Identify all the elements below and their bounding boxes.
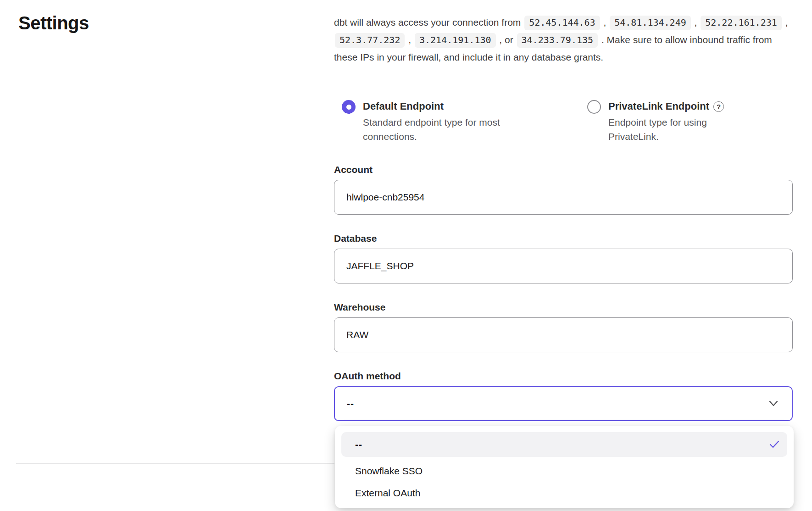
warehouse-input[interactable] — [334, 317, 793, 352]
privatelink-endpoint-radio[interactable] — [587, 100, 601, 114]
ip-chip: 52.22.161.231 — [701, 16, 782, 30]
settings-page: Settings dbt will always access your con… — [0, 0, 812, 511]
oauth-method-selected-value: -- — [347, 398, 354, 409]
endpoint-type-radio-group: Default Endpoint Standard endpoint type … — [334, 99, 793, 144]
ip-chip: 52.3.77.232 — [335, 33, 405, 48]
database-label: Database — [334, 233, 793, 244]
oauth-option-external-oauth[interactable]: External OAuth — [335, 483, 794, 504]
account-field-group: Account — [334, 164, 793, 215]
oauth-method-label: OAuth method — [334, 370, 793, 382]
ip-chip: 3.214.191.130 — [415, 33, 496, 48]
oauth-method-field-group: OAuth method -- — [334, 370, 793, 421]
default-endpoint-option[interactable]: Default Endpoint Standard endpoint type … — [342, 99, 587, 144]
warehouse-label: Warehouse — [334, 301, 793, 313]
database-field-group: Database — [334, 233, 793, 283]
help-icon[interactable]: ? — [713, 101, 724, 112]
ip-allowlist-notice: dbt will always access your connection f… — [334, 14, 793, 66]
privatelink-endpoint-label: PrivateLink Endpoint — [608, 99, 709, 114]
privatelink-endpoint-option[interactable]: PrivateLink Endpoint ? Endpoint type for… — [587, 99, 728, 144]
ip-chip: 54.81.134.249 — [610, 16, 691, 30]
chevron-down-icon — [769, 400, 778, 409]
database-input[interactable] — [334, 249, 793, 283]
warehouse-field-group: Warehouse — [334, 301, 793, 352]
account-label: Account — [334, 164, 793, 176]
default-endpoint-description: Standard endpoint type for most connecti… — [363, 115, 523, 144]
connection-settings-section: dbt will always access your connection f… — [334, 14, 793, 421]
default-endpoint-label: Default Endpoint — [363, 99, 444, 114]
oauth-option-snowflake-sso[interactable]: Snowflake SSO — [335, 461, 794, 482]
oauth-method-dropdown-menu: -- Snowflake SSO External OAuth — [335, 426, 794, 508]
privatelink-endpoint-description: Endpoint type for using PrivateLink. — [608, 115, 728, 144]
account-input[interactable] — [334, 180, 793, 215]
page-title: Settings — [18, 13, 89, 33]
oauth-option-none[interactable]: -- — [341, 432, 787, 457]
ip-chip: 34.233.79.135 — [517, 33, 598, 48]
check-icon — [769, 440, 780, 451]
default-endpoint-radio[interactable] — [342, 100, 356, 114]
section-divider — [16, 463, 334, 464]
oauth-method-select[interactable]: -- — [334, 386, 793, 421]
ip-chip: 52.45.144.63 — [524, 16, 600, 30]
